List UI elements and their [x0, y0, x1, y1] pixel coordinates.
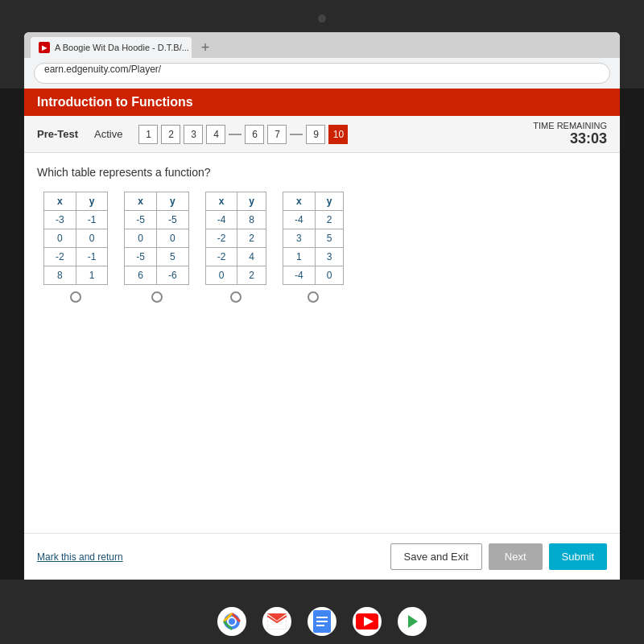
- nav-btn-10[interactable]: 10: [328, 125, 348, 144]
- cell: 2: [237, 229, 266, 248]
- docs-taskbar-icon[interactable]: [308, 607, 336, 636]
- table-option-1: x y -3 -1 0 0 -2: [43, 192, 108, 303]
- data-table-2: x y -5 -5 0 0 -5: [124, 192, 188, 285]
- question-area: Which table represents a function? x y -…: [24, 153, 620, 477]
- cell: -5: [125, 211, 157, 229]
- table-row: 6 -6: [125, 266, 188, 285]
- table-row: -2 -1: [44, 248, 108, 266]
- cell: 0: [315, 266, 344, 285]
- cell: 1: [283, 248, 316, 266]
- browser-chrome: ▶ A Boogie Wit Da Hoodie - D.T.B/... ✕ +…: [24, 32, 620, 89]
- cell: -3: [44, 211, 76, 229]
- cell: -1: [76, 248, 108, 266]
- new-tab-button[interactable]: +: [195, 37, 216, 58]
- nav-btn-1[interactable]: 1: [138, 125, 158, 144]
- data-table-3: x y -4 8 -2 2 -2: [205, 192, 266, 285]
- cell: -5: [157, 211, 189, 229]
- mark-return-link[interactable]: Mark this and return: [37, 551, 123, 563]
- table3-header-x: x: [205, 192, 237, 211]
- nav-separator-2: [290, 134, 303, 135]
- cell: -5: [125, 248, 157, 266]
- table-option-4: x y -4 2 3 5 1: [283, 192, 344, 303]
- table-row: -5 5: [125, 248, 188, 266]
- cell: 3: [283, 229, 316, 248]
- empty-content: [37, 303, 607, 464]
- nav-btn-7[interactable]: 7: [267, 125, 287, 144]
- title-text: Introduction to Functions: [37, 95, 193, 109]
- table-row: 0 0: [44, 229, 108, 248]
- next-button[interactable]: Next: [489, 543, 543, 570]
- cell: 0: [76, 229, 108, 248]
- taskbar: [217, 607, 427, 636]
- svg-point-2: [229, 618, 235, 625]
- nav-btn-4[interactable]: 4: [206, 125, 225, 144]
- table4-header-x: x: [283, 192, 316, 211]
- table2-header-y: y: [157, 192, 189, 211]
- cell: -2: [205, 248, 237, 266]
- table-row: -2 2: [205, 229, 266, 248]
- cell: -6: [157, 266, 189, 285]
- cell: 0: [125, 229, 157, 248]
- youtube-taskbar-icon[interactable]: [353, 607, 382, 636]
- question-nav: 1 2 3 4 6 7 9 10: [138, 125, 348, 144]
- radio-table-3[interactable]: [230, 291, 242, 303]
- time-value: 33:03: [533, 130, 607, 147]
- table-row: -4 8: [205, 211, 266, 229]
- radio-table-1[interactable]: [70, 291, 81, 303]
- table-row: 0 2: [205, 266, 266, 285]
- cell: 5: [157, 248, 189, 266]
- save-exit-button[interactable]: Save and Exit: [390, 543, 482, 570]
- cell: -4: [283, 211, 316, 229]
- cell: 0: [157, 229, 189, 248]
- camera: [318, 14, 326, 23]
- course-title: Introduction to Functions: [24, 89, 620, 116]
- cell: 0: [205, 266, 237, 285]
- address-bar: earn.edgenuity.com/Player/: [24, 58, 620, 89]
- play-store-taskbar-icon[interactable]: [398, 607, 427, 636]
- data-table-4: x y -4 2 3 5 1: [283, 192, 344, 285]
- cell: 8: [44, 266, 76, 285]
- table-row: 8 1: [44, 266, 108, 285]
- status-label: Active: [94, 128, 122, 140]
- table-row: -3 -1: [44, 211, 108, 229]
- cell: 4: [237, 248, 266, 266]
- cell: 6: [125, 266, 157, 285]
- svg-rect-6: [316, 621, 328, 622]
- nav-btn-6[interactable]: 6: [245, 125, 264, 144]
- chrome-taskbar-icon[interactable]: [217, 607, 246, 636]
- svg-rect-5: [316, 617, 328, 618]
- table-option-2: x y -5 -5 0 0 -5: [124, 192, 188, 303]
- table-option-3: x y -4 8 -2 2 -2: [205, 192, 266, 303]
- table1-header-y: y: [76, 192, 108, 211]
- nav-btn-2[interactable]: 2: [161, 125, 180, 144]
- cell: -2: [205, 229, 237, 248]
- table-row: 3 5: [283, 229, 344, 248]
- bottom-bar: Mark this and return Save and Exit Next …: [24, 533, 620, 580]
- table-row: -5 -5: [125, 211, 188, 229]
- radio-table-2[interactable]: [151, 291, 163, 303]
- tab-label: A Boogie Wit Da Hoodie - D.T.B/...: [55, 43, 189, 52]
- nav-btn-9[interactable]: 9: [306, 125, 325, 144]
- browser-tabs: ▶ A Boogie Wit Da Hoodie - D.T.B/... ✕ +: [24, 32, 620, 58]
- question-text: Which table represents a function?: [37, 166, 607, 179]
- tab-favicon: ▶: [39, 42, 50, 53]
- svg-rect-7: [316, 625, 324, 626]
- cell: 5: [315, 229, 344, 248]
- bottom-buttons: Save and Exit Next Submit: [390, 543, 607, 570]
- table-row: -2 4: [205, 248, 266, 266]
- cell: -4: [205, 211, 237, 229]
- cell: 0: [44, 229, 76, 248]
- pre-test-label: Pre-Test: [37, 128, 78, 140]
- submit-button[interactable]: Submit: [549, 543, 607, 570]
- table-row: 0 0: [125, 229, 188, 248]
- browser-tab[interactable]: ▶ A Boogie Wit Da Hoodie - D.T.B/... ✕: [31, 37, 192, 58]
- cell: 3: [315, 248, 344, 266]
- cell: 8: [237, 211, 266, 229]
- nav-separator-1: [229, 134, 242, 135]
- cell: -1: [76, 211, 108, 229]
- address-input[interactable]: earn.edgenuity.com/Player/: [34, 63, 610, 84]
- gmail-taskbar-icon[interactable]: [262, 607, 291, 636]
- table-row: -4 0: [283, 266, 344, 285]
- radio-table-4[interactable]: [308, 291, 319, 303]
- nav-btn-3[interactable]: 3: [184, 125, 203, 144]
